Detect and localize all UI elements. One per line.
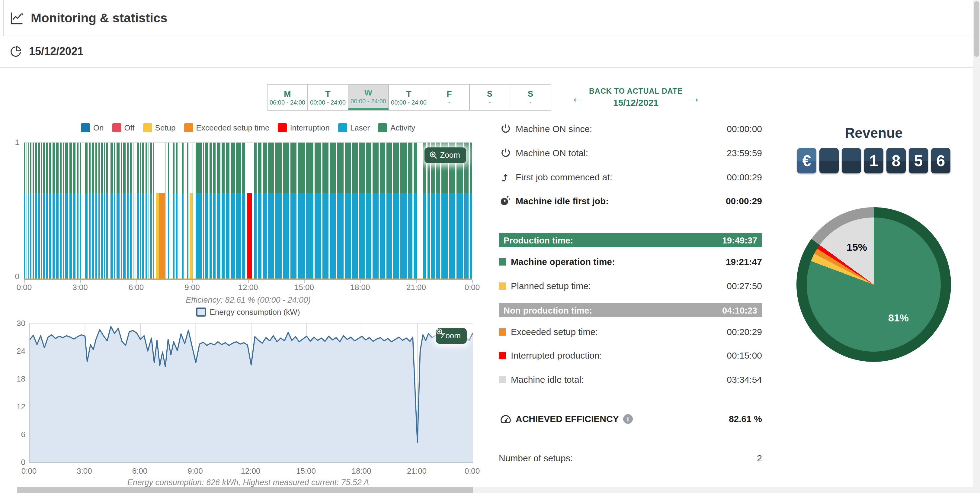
idle-gap-thin <box>25 143 27 280</box>
date-navigation: ← BACK TO ACTUAL DATE 15/12/2021 → <box>569 83 703 111</box>
vertical-scrollbar-thumb[interactable] <box>974 1 979 57</box>
week-day-hours: - <box>530 99 532 106</box>
stat-number-of-setups: Number of setups: 2 <box>499 453 762 463</box>
idle-gap-thin <box>371 143 372 280</box>
legend-item-interruption[interactable]: Interruption <box>278 123 330 132</box>
legend-color-swatch <box>278 123 287 132</box>
timeline-zoom-button[interactable]: Zoom <box>425 147 466 163</box>
idle-gap-thin <box>37 143 38 280</box>
idle-gap <box>170 143 173 280</box>
idle-gap <box>251 143 254 280</box>
date-header: 15/12/2021 <box>0 36 973 68</box>
idle-gap-thin <box>27 143 29 280</box>
app-header: Monitoring & statistics <box>0 0 973 36</box>
idle-gap-thin <box>220 143 221 280</box>
idle-gap-thin <box>399 143 401 280</box>
week-day-selector: M06:00 - 24:00T00:00 - 24:00W00:00 - 24:… <box>267 84 551 110</box>
legend-item-activity[interactable]: Activity <box>378 123 415 132</box>
horizontal-scrollbar-track <box>17 487 980 493</box>
production-time-banner: Production time: 19:49:37 <box>499 233 762 247</box>
next-day-arrow-button[interactable]: → <box>685 90 703 105</box>
idle-gap-thin <box>94 143 95 280</box>
week-day-m-0[interactable]: M06:00 - 24:00 <box>267 85 308 110</box>
axis-tick <box>472 280 473 283</box>
idle-gap <box>135 143 137 280</box>
energy-consumption-chart[interactable]: Zoom <box>29 323 473 463</box>
idle-gap-thin <box>379 143 380 280</box>
legend-item-setup[interactable]: Setup <box>143 123 176 132</box>
week-day-w-2[interactable]: W00:00 - 24:00 <box>348 85 389 110</box>
magnifier-plus-icon <box>429 151 437 159</box>
machine-state-timeline-chart[interactable]: Zoom <box>24 142 472 280</box>
revenue-digit-display: €1856 <box>797 148 950 173</box>
idle-gap-thin <box>328 143 330 280</box>
idle-gap-thin <box>149 143 150 280</box>
x-tick-label: 12:00 <box>238 283 258 292</box>
axis-tick <box>192 280 193 283</box>
revenue-title: Revenue <box>798 125 949 141</box>
week-day-letter: S <box>487 88 493 98</box>
legend-label: On <box>93 123 104 132</box>
axis-tick <box>360 280 361 283</box>
idle-gap-thin <box>463 143 464 280</box>
idle-gap-thin <box>430 143 431 280</box>
week-day-s-5[interactable]: S- <box>470 85 510 110</box>
legend-item-laser[interactable]: Laser <box>338 123 370 132</box>
pie-slice-label: 15% <box>846 242 867 254</box>
idle-gap-thin <box>40 143 41 280</box>
horizontal-scrollbar-thumb[interactable] <box>17 487 473 493</box>
idle-gap-thin <box>289 143 290 280</box>
idle-gap-thin <box>225 143 226 280</box>
idle-gap-thin <box>42 143 43 280</box>
info-icon[interactable]: i <box>623 414 633 423</box>
idle-gap-thin <box>448 143 449 280</box>
axis-tick <box>80 280 81 283</box>
idle-gap-thin <box>141 143 142 280</box>
stat-planned-setup-time: Planned setup time: 00:27:50 <box>499 281 762 291</box>
energy-legend[interactable]: Energy consumption (kW) <box>24 308 472 317</box>
x-tick-label: 0:00 <box>17 283 32 292</box>
idle-gap-thin <box>201 143 203 280</box>
y-tick-label: 18 <box>10 374 25 383</box>
idle-gap-thin <box>392 143 393 280</box>
week-day-s-6[interactable]: S- <box>510 85 551 110</box>
page-title: Monitoring & statistics <box>31 11 167 25</box>
energy-zoom-button[interactable]: Zoom <box>436 328 467 344</box>
week-day-f-4[interactable]: F- <box>429 85 470 110</box>
idle-gap-thin <box>274 143 276 280</box>
previous-day-arrow-button[interactable]: ← <box>569 90 586 105</box>
legend-item-exceeded-setup-time[interactable]: Exceeded setup time <box>184 123 270 132</box>
idle-gap-thin <box>152 143 153 280</box>
stat-machine-idle-total: Machine idle total: 03:34:54 <box>499 374 762 385</box>
vertical-scrollbar-track <box>973 0 980 493</box>
selected-date: 15/12/2021 <box>29 45 83 58</box>
week-day-t-3[interactable]: T00:00 - 24:00 <box>389 85 429 110</box>
stat-interrupted-production: Interrupted production: 00:15:00 <box>499 350 762 361</box>
idle-gap-thin <box>297 143 298 280</box>
week-day-t-1[interactable]: T00:00 - 24:00 <box>308 85 348 110</box>
state-segment-exceeded_setup <box>159 143 165 280</box>
idle-gap-thin <box>208 143 209 280</box>
idle-gap-thin <box>305 143 306 280</box>
idle-gap <box>185 143 187 280</box>
timeline-baseline <box>24 279 472 280</box>
back-to-actual-date-button[interactable]: BACK TO ACTUAL DATE 15/12/2021 <box>589 87 682 107</box>
idle-gap <box>166 143 168 280</box>
interruption-color-swatch <box>499 352 506 359</box>
legend-item-on[interactable]: On <box>81 123 104 132</box>
production-pie-chart <box>807 217 941 352</box>
magnifier-plus-icon <box>436 328 444 336</box>
state-segment-setup <box>189 143 192 280</box>
idle-gap-thin <box>358 143 360 280</box>
idle-gap-thin <box>365 143 366 280</box>
legend-item-off[interactable]: Off <box>112 123 134 132</box>
idle-gap <box>81 143 86 280</box>
energy-x-axis-labels: 0:003:006:009:0012:0015:0018:0021:000:00 <box>24 466 472 476</box>
legend-color-swatch <box>112 123 121 132</box>
idle-gap-thin <box>321 143 322 280</box>
idle-gap-thin <box>267 143 268 280</box>
energy-legend-swatch <box>196 308 206 317</box>
legend-label: Off <box>124 123 134 132</box>
x-tick-label: 21:00 <box>406 283 426 292</box>
idle-gap-thin <box>282 143 283 280</box>
